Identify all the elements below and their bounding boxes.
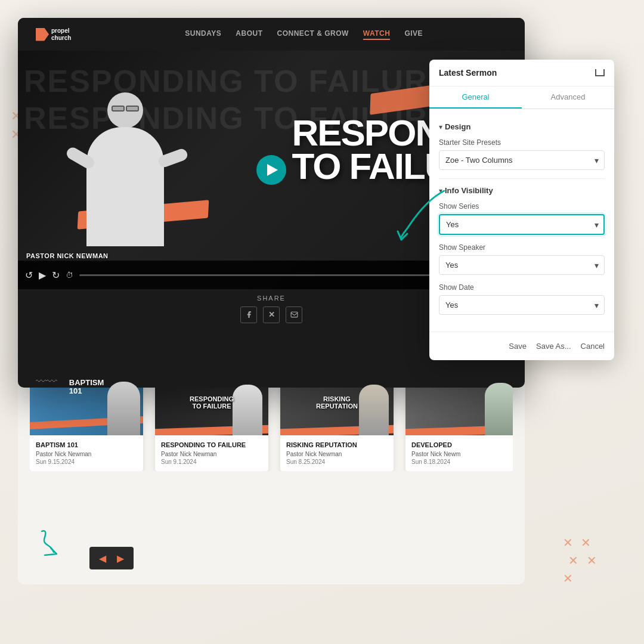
deco-stars-bottomright: ✕ ✕ ✕ ✕✕: [563, 534, 599, 587]
sermon-pastor-3: Pastor Nick Newm: [411, 451, 513, 457]
thumb-person-3: [485, 383, 513, 435]
presets-label: Starter Site Presets: [439, 138, 605, 147]
nav-link-connect[interactable]: CONNECT & GROW: [277, 29, 348, 40]
design-section-header[interactable]: ▾ Design: [439, 117, 605, 138]
show-speaker-select[interactable]: Yes No: [439, 255, 605, 275]
tab-general[interactable]: General: [429, 86, 522, 109]
forward-icon[interactable]: ↻: [52, 270, 60, 281]
tab-advanced[interactable]: Advanced: [522, 86, 614, 109]
teal-squiggle-deco: [36, 525, 89, 561]
sermon-date-1: Sun 9.1.2024: [161, 459, 262, 465]
show-date-field: Show Date Yes No: [439, 283, 605, 315]
sermon-title-0: BAPTISM 101: [36, 441, 137, 448]
show-speaker-field: Show Speaker Yes No: [439, 243, 605, 275]
play-button[interactable]: [256, 155, 286, 185]
play-pause-icon[interactable]: ▶: [39, 270, 46, 281]
show-series-field: Show Series Yes No: [439, 202, 605, 235]
logo-area: propel church: [36, 27, 71, 42]
share-label: SHARE: [257, 295, 286, 302]
minimize-button[interactable]: [595, 69, 605, 76]
facebook-share-button[interactable]: [240, 306, 257, 323]
design-section-title: Design: [445, 122, 470, 131]
info-visibility-section[interactable]: ▾ Info Visibility: [439, 186, 605, 195]
share-icons: ✕: [240, 306, 302, 323]
show-series-label: Show Series: [439, 202, 605, 210]
presets-select[interactable]: Zoe - Two Columns Default Single Column …: [439, 150, 605, 170]
timer-icon: ⏱: [66, 271, 73, 280]
nav-arrows-container: ◀ ▶: [89, 547, 134, 569]
progress-bar[interactable]: [79, 274, 461, 276]
sermon-title-1: RESPONDING TO FAILURE: [161, 441, 262, 448]
nav-bar: propel church SUNDAYS ABOUT CONNECT & GR…: [18, 18, 525, 51]
presets-select-wrapper[interactable]: Zoe - Two Columns Default Single Column …: [439, 150, 605, 170]
sermon-info-1: RESPONDING TO FAILURE Pastor Nick Newman…: [155, 435, 268, 471]
show-series-select-wrapper[interactable]: Yes No: [439, 214, 605, 235]
save-button[interactable]: Save: [509, 339, 527, 353]
nav-link-give[interactable]: GIVE: [404, 29, 423, 40]
sermon-title-3: DEVELOPED: [411, 441, 513, 448]
design-chevron: ▾: [439, 123, 442, 131]
sermon-pastor-1: Pastor Nick Newman: [161, 451, 262, 457]
email-share-button[interactable]: [286, 306, 302, 323]
panel-tabs: General Advanced: [429, 86, 614, 109]
cancel-button[interactable]: Cancel: [581, 339, 605, 353]
thumb-person-2: [359, 385, 389, 435]
thumb-title-0: BAPTISM101: [64, 370, 109, 401]
sermon-title-2: RISKING REPUTATION: [286, 441, 388, 448]
thumb-title-1: RESPONDINGTO FAILURE: [190, 395, 234, 410]
panel-footer: Save Save As... Cancel: [429, 332, 614, 360]
logo-text: propel church: [51, 27, 71, 42]
sermon-date-2: Sun 8.25.2024: [286, 459, 388, 465]
show-date-label: Show Date: [439, 283, 605, 292]
wave-deco: 〰〰: [36, 376, 57, 388]
thumb-person-1: [233, 385, 262, 435]
sermon-pastor-0: Pastor Nick Newman: [36, 451, 137, 457]
sermon-info-0: BAPTISM 101 Pastor Nick Newman Sun 9.15.…: [30, 435, 143, 471]
panel-header: Latest Sermon: [429, 60, 614, 86]
show-speaker-select-wrapper[interactable]: Yes No: [439, 255, 605, 275]
sermon-card-0: BAPTISM101 〰〰 BAPTISM 101 Pastor Nick Ne…: [30, 370, 143, 471]
settings-panel: Latest Sermon General Advanced ▾ Design …: [429, 60, 614, 360]
save-as-button[interactable]: Save As...: [536, 339, 571, 353]
sermon-date-3: Sun 8.18.2024: [411, 459, 513, 465]
show-date-select[interactable]: Yes No: [439, 295, 605, 315]
nav-link-watch[interactable]: WATCH: [363, 29, 391, 40]
info-visibility-label: Info Visibility: [445, 186, 493, 195]
panel-title: Latest Sermon: [439, 68, 497, 78]
teal-pointer-arrow: [397, 185, 450, 247]
twitter-share-button[interactable]: ✕: [263, 306, 280, 323]
preacher-silhouette: [54, 75, 197, 259]
next-arrow-button[interactable]: ▶: [112, 550, 129, 566]
logo-icon: [36, 28, 49, 41]
thumb-title-2: RISKINGREPUTATION: [316, 395, 358, 410]
prev-arrow-button[interactable]: ◀: [94, 550, 111, 566]
show-series-select[interactable]: Yes No: [439, 214, 605, 235]
presets-field-group: Starter Site Presets Zoe - Two Columns D…: [439, 138, 605, 170]
sermon-info-2: RISKING REPUTATION Pastor Nick Newman Su…: [280, 435, 394, 471]
restart-icon[interactable]: ↺: [25, 270, 33, 281]
nav-link-sundays[interactable]: SUNDAYS: [185, 29, 221, 40]
thumb-person-0: [107, 382, 140, 435]
svg-rect-0: [291, 312, 298, 317]
nav-links: SUNDAYS ABOUT CONNECT & GROW WATCH GIVE: [101, 29, 507, 40]
divider-1: [439, 178, 605, 179]
sermon-date-0: Sun 9.15.2024: [36, 459, 137, 465]
nav-link-about[interactable]: ABOUT: [236, 29, 262, 40]
sermon-pastor-2: Pastor Nick Newman: [286, 451, 388, 457]
panel-body: ▾ Design Starter Site Presets Zoe - Two …: [429, 109, 614, 332]
show-speaker-label: Show Speaker: [439, 243, 605, 252]
sermon-info-3: DEVELOPED Pastor Nick Newm Sun 8.18.2024: [405, 435, 513, 471]
show-date-select-wrapper[interactable]: Yes No: [439, 295, 605, 315]
